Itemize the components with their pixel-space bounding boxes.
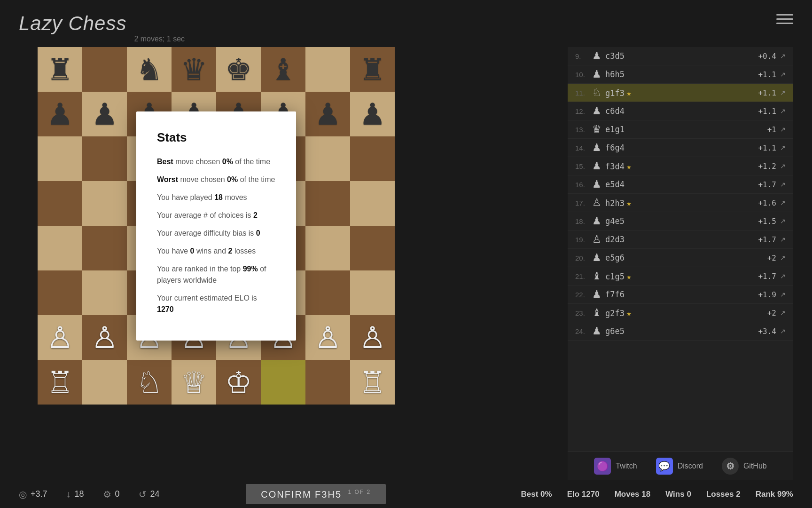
move-score-11: +1.1 (748, 88, 776, 97)
bottom-right-stats: Best 0% Elo 1270 Moves 18 Wins 0 Losses … (521, 490, 793, 499)
stats-modal-overlay: Stats Best move chosen 0% of the time Wo… (38, 47, 395, 405)
stat-avg-difficulty: Your average difficulty bias is 0 (157, 228, 275, 239)
twitch-label: Twitch (616, 462, 637, 470)
move-row-12[interactable]: 12. ♟ c6d4 +1.1 ↗ (568, 102, 793, 120)
move-notation-15: f3d4★ (605, 161, 748, 171)
move-link-11[interactable]: ↗ (780, 89, 786, 96)
stats-modal: Stats Best move chosen 0% of the time Wo… (136, 111, 296, 341)
move-notation-17: h2h3★ (605, 198, 748, 208)
move-score-13: +1 (748, 125, 776, 134)
move-row-17[interactable]: 17. ♙ h2h3★ +1.6 ↗ (568, 194, 793, 212)
move-num-10: 10. (575, 71, 592, 79)
moves-stat: ↓ 18 (66, 489, 84, 500)
move-row-16[interactable]: 16. ♟ e5d4 +1.7 ↗ (568, 175, 793, 194)
move-link-21[interactable]: ↗ (780, 272, 786, 280)
move-score-17: +1.6 (748, 198, 776, 207)
move-num-13: 13. (575, 126, 592, 134)
move-list[interactable]: 9. ♟ c3d5 +0.4 ↗ 10. ♟ h6h5 +1.1 ↗ 11. ♘… (568, 47, 793, 452)
move-piece-24: ♟ (592, 325, 605, 337)
filter-stat: ⚙ 0 (103, 489, 120, 500)
move-num-20: 20. (575, 254, 592, 262)
score-stat: ◎ +3.7 (19, 489, 47, 500)
move-row-9[interactable]: 9. ♟ c3d5 +0.4 ↗ (568, 47, 793, 65)
history-icon: ↺ (139, 489, 147, 500)
move-link-22[interactable]: ↗ (780, 291, 786, 298)
move-score-10: +1.1 (748, 70, 776, 79)
discord-link[interactable]: 💬 Discord (656, 458, 703, 475)
move-row-11[interactable]: 11. ♘ g1f3★ +1.1 ↗ (568, 84, 793, 102)
move-num-19: 19. (575, 236, 592, 244)
move-num-24: 24. (575, 327, 592, 335)
move-num-18: 18. (575, 217, 592, 225)
stats-title: Stats (157, 130, 275, 145)
moves-icon: ↓ (66, 489, 71, 500)
confirm-button[interactable]: CONFIRM F3H5 1 OF 2 (246, 484, 386, 505)
move-row-19[interactable]: 19. ♙ d2d3 +1.7 ↗ (568, 230, 793, 249)
app-title: Lazy Chess (19, 12, 126, 35)
move-piece-22: ♟ (592, 288, 605, 301)
move-notation-19: d2d3 (605, 235, 748, 244)
move-piece-16: ♟ (592, 178, 605, 190)
menu-button[interactable] (776, 14, 793, 24)
move-piece-18: ♟ (592, 215, 605, 227)
move-num-21: 21. (575, 272, 592, 280)
move-link-17[interactable]: ↗ (780, 199, 786, 206)
move-row-23[interactable]: 23. ♝ g2f3★ +2 ↗ (568, 304, 793, 322)
move-notation-13: e1g1 (605, 125, 748, 134)
move-row-20[interactable]: 20. ♟ e5g6 +2 ↗ (568, 249, 793, 267)
move-link-10[interactable]: ↗ (780, 71, 786, 78)
history-value: 24 (150, 489, 160, 499)
move-link-16[interactable]: ↗ (780, 181, 786, 188)
best-stat: Best 0% (521, 490, 552, 499)
move-num-14: 14. (575, 144, 592, 152)
move-notation-14: f6g4 (605, 143, 748, 152)
move-num-9: 9. (575, 52, 592, 60)
move-score-9: +0.4 (748, 52, 776, 61)
move-link-23[interactable]: ↗ (780, 309, 786, 317)
move-link-18[interactable]: ↗ (780, 217, 786, 225)
move-piece-21: ♝ (592, 270, 605, 282)
move-piece-10: ♟ (592, 68, 605, 80)
move-score-12: +1.1 (748, 107, 776, 116)
move-link-20[interactable]: ↗ (780, 254, 786, 262)
moves-value: 18 (75, 489, 84, 499)
move-notation-9: c3d5 (605, 51, 748, 61)
twitch-link[interactable]: 🟣 Twitch (594, 458, 637, 475)
elo-stat: Elo 1270 (567, 490, 600, 499)
move-notation-22: f7f6 (605, 290, 748, 299)
move-row-10[interactable]: 10. ♟ h6h5 +1.1 ↗ (568, 65, 793, 84)
confirm-of: 1 OF 2 (348, 489, 371, 495)
move-notation-16: e5d4 (605, 180, 748, 189)
move-row-22[interactable]: 22. ♟ f7f6 +1.9 ↗ (568, 286, 793, 304)
move-link-24[interactable]: ↗ (780, 327, 786, 335)
move-link-9[interactable]: ↗ (780, 52, 786, 60)
move-score-15: +1.2 (748, 162, 776, 171)
move-row-13[interactable]: 13. ♛ e1g1 +1 ↗ (568, 120, 793, 139)
score-icon: ◎ (19, 489, 27, 500)
discord-icon: 💬 (656, 458, 673, 475)
move-link-12[interactable]: ↗ (780, 107, 786, 115)
move-row-24[interactable]: 24. ♟ g6e5 +3.4 ↗ (568, 322, 793, 341)
app-subtitle: 2 moves; 1 sec (134, 35, 185, 43)
move-num-12: 12. (575, 107, 592, 115)
move-link-15[interactable]: ↗ (780, 162, 786, 170)
move-piece-11: ♘ (592, 87, 605, 99)
move-row-21[interactable]: 21. ♝ c1g5★ +1.7 ↗ (568, 267, 793, 286)
move-notation-12: c6d4 (605, 106, 748, 116)
stat-avg-choices: Your average # of choices is 2 (157, 210, 275, 221)
stat-rank: You are ranked in the top 99% of players… (157, 263, 275, 286)
move-row-14[interactable]: 14. ♟ f6g4 +1.1 ↗ (568, 139, 793, 157)
move-piece-23: ♝ (592, 307, 605, 319)
move-notation-11: g1f3★ (605, 88, 748, 98)
move-panel: 9. ♟ c3d5 +0.4 ↗ 10. ♟ h6h5 +1.1 ↗ 11. ♘… (568, 47, 793, 480)
move-row-18[interactable]: 18. ♟ g4e5 +1.5 ↗ (568, 212, 793, 230)
stat-worst: Worst move chosen 0% of the time (157, 174, 275, 185)
move-row-15[interactable]: 15. ♟ f3d4★ +1.2 ↗ (568, 157, 793, 175)
github-label: GitHub (743, 462, 767, 470)
move-link-13[interactable]: ↗ (780, 126, 786, 133)
github-link[interactable]: ⚙ GitHub (722, 458, 767, 475)
move-link-14[interactable]: ↗ (780, 144, 786, 151)
move-score-23: +2 (748, 309, 776, 318)
move-notation-21: c1g5★ (605, 271, 748, 281)
move-link-19[interactable]: ↗ (780, 236, 786, 243)
